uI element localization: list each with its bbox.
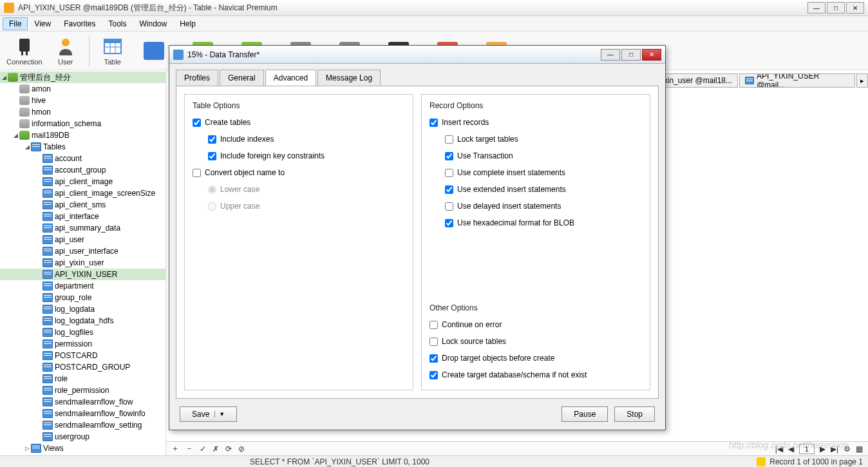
tree-node[interactable]: api_client_image_screenSize (0, 187, 165, 199)
tree-node[interactable]: account_group (0, 164, 165, 176)
tree-node[interactable]: ◢Tables (0, 141, 165, 153)
menu-tools[interactable]: Tools (102, 17, 133, 30)
dialog-tabs: Profiles General Advanced Message Log (169, 68, 665, 86)
tab-general[interactable]: General (220, 70, 264, 86)
nav-grid-icon[interactable]: ▦ (856, 444, 863, 453)
tree-node[interactable]: amon (0, 83, 165, 95)
chk-drop-target[interactable]: Drop target objects before create (429, 350, 642, 367)
tab-advanced[interactable]: Advanced (265, 70, 316, 86)
radio-upper-case: Upper case (193, 198, 405, 214)
nav-add-icon[interactable]: ＋ (171, 443, 179, 454)
nav-settings-icon[interactable]: ⚙ (844, 444, 851, 453)
nav-next-icon[interactable]: ▶ (820, 444, 826, 453)
nav-refresh-icon[interactable]: ⟳ (225, 444, 232, 453)
ribbon-icon-1[interactable] (144, 42, 164, 60)
nav-first-icon[interactable]: |◀ (775, 444, 783, 453)
toolbar-user[interactable]: User (55, 36, 76, 66)
tree-node[interactable]: api_client_sms (0, 199, 165, 211)
tree-node[interactable]: api_user_interface (0, 245, 165, 257)
toolbar-connection[interactable]: Connection (6, 36, 42, 66)
chk-extended-insert[interactable]: Use extended insert statements (429, 181, 642, 198)
nav-cancel-icon[interactable]: ✗ (212, 444, 219, 453)
pause-button[interactable]: Pause (561, 406, 608, 422)
stop-button[interactable]: Stop (614, 406, 655, 422)
tree-node[interactable]: group_role (0, 292, 165, 303)
dialog-close-button[interactable]: ✕ (642, 49, 661, 61)
tbl-icon (42, 189, 53, 198)
tree-node[interactable]: ◢管理后台_经分 (0, 71, 165, 83)
tab-message-log[interactable]: Message Log (317, 70, 381, 86)
tree-node[interactable]: ◢mail189DB (0, 129, 165, 141)
tab-profiles[interactable]: Profiles (176, 70, 218, 86)
doc-tab-more[interactable]: ▸ (856, 73, 868, 88)
tree-node[interactable]: sendmailearnflow_setting (0, 419, 165, 431)
tree-node[interactable]: log_logfiles (0, 327, 165, 338)
tree-node[interactable]: ▷Views (0, 443, 165, 454)
tbl-icon (42, 421, 53, 430)
dialog-icon (173, 50, 184, 60)
tree-node[interactable]: sendmailearnflow_flow (0, 396, 165, 408)
menu-help[interactable]: Help (173, 17, 202, 30)
tree-node[interactable]: api_client_image (0, 176, 165, 187)
chk-create-db[interactable]: Create target database/schema if not exi… (429, 367, 642, 383)
tree-node[interactable]: api_summary_data (0, 222, 165, 234)
db-icon (19, 131, 30, 140)
tree-node[interactable]: department (0, 280, 165, 292)
tree-node[interactable]: hmon (0, 106, 165, 118)
menu-favorites[interactable]: Favorites (57, 17, 102, 30)
nav-last-icon[interactable]: ▶| (831, 444, 838, 453)
svg-point-3 (62, 39, 70, 46)
chk-continue-error[interactable]: Continue on error (429, 316, 642, 333)
tree-node[interactable]: usergroup (0, 431, 165, 443)
chk-complete-insert[interactable]: Use complete insert statements (429, 164, 642, 181)
tree-node[interactable]: information_schema (0, 118, 165, 129)
save-button[interactable]: Save▼ (180, 406, 237, 422)
chk-delayed-insert[interactable]: Use delayed insert statements (429, 198, 642, 214)
tree-node[interactable]: permission (0, 338, 165, 350)
tree-node[interactable]: log_logdata_hdfs (0, 315, 165, 327)
menu-view[interactable]: View (28, 17, 57, 30)
chk-insert-records[interactable]: Insert records (429, 114, 642, 131)
tree-node[interactable]: log_logdata (0, 303, 165, 315)
menu-window[interactable]: Window (133, 17, 174, 30)
nav-check-icon[interactable]: ✓ (200, 444, 206, 453)
chk-include-indexes[interactable]: Include indexes (193, 131, 405, 148)
tree-node[interactable]: role (0, 373, 165, 385)
chk-hex-blob[interactable]: Use hexadecimal format for BLOB (429, 214, 642, 231)
tree-node[interactable]: sendmailearnflow_flowinfo (0, 408, 165, 419)
chk-lock-source[interactable]: Lock source tables (429, 333, 642, 350)
tree-node[interactable]: API_YIXIN_USER (0, 269, 165, 280)
connection-tree[interactable]: ◢管理后台_经分amonhivehmoninformation_schema◢m… (0, 70, 166, 455)
chk-include-fk[interactable]: Include foreign key constraints (193, 148, 405, 164)
svg-rect-1 (21, 52, 23, 55)
nav-stop-icon[interactable]: ⊘ (238, 444, 245, 453)
chk-convert-name[interactable]: Convert object name to (193, 164, 405, 181)
menu-file[interactable]: File (3, 17, 28, 30)
tree-node[interactable]: api_user (0, 234, 165, 245)
chk-lock-target[interactable]: Lock target tables (429, 131, 642, 148)
nav-remove-icon[interactable]: － (185, 443, 193, 454)
db-icon-gray (19, 119, 30, 128)
tree-node[interactable]: api_yixin_user (0, 257, 165, 269)
plug-icon (14, 36, 35, 57)
dialog-maximize-button[interactable]: □ (621, 49, 641, 61)
tree-node[interactable]: role_permission (0, 385, 165, 396)
maximize-button[interactable]: □ (827, 2, 845, 14)
tree-node[interactable]: api_interface (0, 211, 165, 222)
doc-tab-2[interactable]: API_YIXIN_USER @mail... (739, 73, 855, 88)
record-options-panel: Record Options Insert records Lock targe… (421, 94, 650, 390)
toolbar-table[interactable]: Table (102, 36, 123, 66)
dialog-minimize-button[interactable]: — (601, 49, 620, 61)
tbl-icon (42, 224, 53, 233)
nav-prev-icon[interactable]: ◀ (788, 444, 794, 453)
tree-node[interactable]: account (0, 153, 165, 164)
chk-create-tables[interactable]: Create tables (193, 114, 405, 131)
dialog-title: 15% - Data Transfer* (187, 50, 599, 59)
close-button[interactable]: ✕ (846, 2, 864, 14)
tree-node[interactable]: POSTCARD (0, 350, 165, 361)
page-input[interactable] (799, 444, 815, 454)
tree-node[interactable]: POSTCARD_GROUP (0, 361, 165, 373)
chk-use-transaction[interactable]: Use Transaction (429, 148, 642, 164)
tree-node[interactable]: hive (0, 95, 165, 106)
minimize-button[interactable]: — (807, 2, 826, 14)
